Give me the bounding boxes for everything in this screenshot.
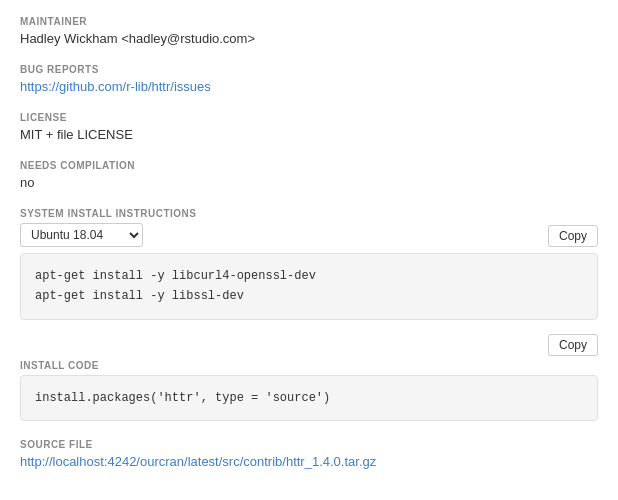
system-install-label: SYSTEM INSTALL INSTRUCTIONS bbox=[20, 208, 598, 219]
maintainer-section: MAINTAINER Hadley Wickham <hadley@rstudi… bbox=[20, 16, 598, 46]
install-code-value: install.packages('httr', type = 'source'… bbox=[35, 388, 583, 408]
bug-reports-label: BUG REPORTS bbox=[20, 64, 598, 75]
license-label: LICENSE bbox=[20, 112, 598, 123]
system-install-section: SYSTEM INSTALL INSTRUCTIONS Ubuntu 18.04… bbox=[20, 208, 598, 320]
install-code-section: Copy INSTALL CODE install.packages('httr… bbox=[20, 334, 598, 421]
license-value: MIT + file LICENSE bbox=[20, 127, 598, 142]
system-install-code-line-1: apt-get install -y libcurl4-openssl-dev bbox=[35, 266, 583, 286]
bug-reports-section: BUG REPORTS https://github.com/r-lib/htt… bbox=[20, 64, 598, 94]
source-file-label: SOURCE FILE bbox=[20, 439, 598, 450]
license-section: LICENSE MIT + file LICENSE bbox=[20, 112, 598, 142]
maintainer-value: Hadley Wickham <hadley@rstudio.com> bbox=[20, 31, 598, 46]
maintainer-label: MAINTAINER bbox=[20, 16, 598, 27]
install-code-label: INSTALL CODE bbox=[20, 360, 598, 371]
install-code-block: install.packages('httr', type = 'source'… bbox=[20, 375, 598, 421]
install-code-copy-button[interactable]: Copy bbox=[548, 334, 598, 356]
bug-reports-link[interactable]: https://github.com/r-lib/httr/issues bbox=[20, 79, 211, 94]
system-install-header: Ubuntu 18.04 Ubuntu 20.04 Ubuntu 22.04 C… bbox=[20, 223, 598, 247]
system-install-copy-button[interactable]: Copy bbox=[548, 225, 598, 247]
needs-compilation-label: NEEDS COMPILATION bbox=[20, 160, 598, 171]
needs-compilation-section: NEEDS COMPILATION no bbox=[20, 160, 598, 190]
system-install-code-line-2: apt-get install -y libssl-dev bbox=[35, 286, 583, 306]
needs-compilation-value: no bbox=[20, 175, 598, 190]
source-file-link[interactable]: http://localhost:4242/ourcran/latest/src… bbox=[20, 454, 376, 469]
install-code-header: Copy bbox=[20, 334, 598, 356]
distro-select[interactable]: Ubuntu 18.04 Ubuntu 20.04 Ubuntu 22.04 bbox=[20, 223, 143, 247]
source-file-section: SOURCE FILE http://localhost:4242/ourcra… bbox=[20, 439, 598, 469]
system-install-code-block: apt-get install -y libcurl4-openssl-dev … bbox=[20, 253, 598, 320]
